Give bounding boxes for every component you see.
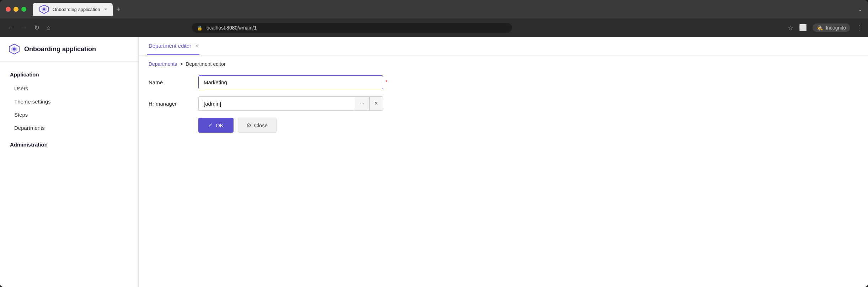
bookmark-button[interactable]: ☆ bbox=[788, 24, 793, 32]
name-label: Name bbox=[149, 79, 198, 85]
name-input[interactable] bbox=[198, 75, 383, 89]
sidebar-app-title: Onboarding application bbox=[24, 46, 96, 53]
tab-dropdown-icon[interactable]: ⌄ bbox=[858, 6, 862, 12]
toolbar-right: ☆ ⬜ 🕵 Incognito ⋮ bbox=[788, 23, 862, 32]
refresh-button[interactable]: ↻ bbox=[33, 22, 41, 33]
close-window-button[interactable] bbox=[6, 7, 11, 12]
minimize-window-button[interactable] bbox=[14, 7, 18, 12]
required-indicator: * bbox=[385, 79, 387, 86]
traffic-lights bbox=[6, 7, 26, 12]
content-tab-label: Department editor bbox=[149, 43, 191, 49]
hr-manager-input[interactable] bbox=[199, 97, 355, 110]
browser-tab-active[interactable]: Onboarding application × bbox=[33, 3, 113, 16]
address-bar-input-wrap[interactable]: 🔒 localhost:8080/#main/1 bbox=[192, 23, 512, 33]
breadcrumb: Departments > Department editor bbox=[139, 55, 868, 73]
tab-favicon-icon bbox=[38, 4, 50, 15]
form-area: Name * Hr manager ··· × ✓ bbox=[139, 73, 868, 141]
content-tab-department-editor[interactable]: Department editor × bbox=[147, 37, 199, 55]
hr-manager-lookup-wrap: ··· × bbox=[198, 96, 383, 111]
app-area: Onboarding application Application Users… bbox=[0, 37, 868, 287]
form-row-hr-manager: Hr manager ··· × bbox=[149, 96, 858, 111]
breadcrumb-parent[interactable]: Departments bbox=[149, 61, 177, 67]
browser-tab-label: Onboarding application bbox=[53, 7, 100, 12]
tab-bar: Onboarding application × + bbox=[33, 3, 854, 16]
hr-manager-lookup-button[interactable]: ··· bbox=[355, 97, 369, 110]
nav-section-administration: Administration bbox=[0, 139, 138, 150]
sidebar-item-steps[interactable]: Steps bbox=[0, 108, 138, 121]
forward-button[interactable]: → bbox=[19, 23, 28, 33]
split-view-button[interactable]: ⬜ bbox=[799, 24, 807, 32]
back-button[interactable]: ← bbox=[6, 23, 15, 33]
sidebar-item-theme-settings[interactable]: Theme settings bbox=[0, 95, 138, 108]
form-row-name: Name * bbox=[149, 75, 858, 89]
browser-tab-close-button[interactable]: × bbox=[105, 7, 107, 12]
close-circle-icon: ⊘ bbox=[247, 122, 251, 128]
form-button-row: ✓ ✓ OK OK ⊘ Close bbox=[149, 118, 858, 133]
lock-icon: 🔒 bbox=[197, 25, 203, 31]
incognito-badge: 🕵 Incognito bbox=[813, 23, 850, 32]
breadcrumb-current: Department editor bbox=[186, 61, 225, 67]
sidebar-nav: Application Users Theme settings Steps D… bbox=[0, 62, 138, 159]
more-options-button[interactable]: ⋮ bbox=[856, 24, 862, 32]
incognito-icon: 🕵 bbox=[817, 25, 823, 31]
title-bar: Onboarding application × + ⌄ bbox=[0, 0, 868, 18]
maximize-window-button[interactable] bbox=[21, 7, 26, 12]
main-content: Department editor × Departments > Depart… bbox=[139, 37, 868, 287]
address-text: localhost:8080/#main/1 bbox=[205, 25, 507, 31]
svg-point-5 bbox=[13, 48, 16, 51]
ok-checkmark-icon: ✓ bbox=[208, 122, 213, 128]
hr-manager-label: Hr manager bbox=[149, 101, 198, 107]
browser-window: Onboarding application × + ⌄ ← → ↻ ⌂ 🔒 l… bbox=[0, 0, 868, 287]
content-tab-nav: Department editor × bbox=[139, 37, 868, 55]
home-button[interactable]: ⌂ bbox=[45, 23, 52, 33]
app-logo-icon bbox=[9, 43, 20, 55]
sidebar-header: Onboarding application bbox=[0, 37, 138, 62]
incognito-label: Incognito bbox=[826, 25, 846, 31]
close-button[interactable]: ⊘ Close bbox=[238, 118, 277, 133]
sidebar-item-departments[interactable]: Departments bbox=[0, 121, 138, 134]
sidebar: Onboarding application Application Users… bbox=[0, 37, 139, 287]
ok-button[interactable]: ✓ ✓ OK OK bbox=[198, 118, 234, 133]
nav-section-application: Application bbox=[0, 69, 138, 80]
new-tab-button[interactable]: + bbox=[116, 5, 120, 14]
breadcrumb-separator: > bbox=[180, 61, 183, 67]
sidebar-item-users[interactable]: Users bbox=[0, 82, 138, 95]
content-tab-close-button[interactable]: × bbox=[195, 43, 198, 48]
address-bar: ← → ↻ ⌂ 🔒 localhost:8080/#main/1 ☆ ⬜ 🕵 I… bbox=[0, 18, 868, 37]
hr-manager-clear-button[interactable]: × bbox=[369, 97, 383, 110]
svg-point-2 bbox=[43, 8, 45, 10]
